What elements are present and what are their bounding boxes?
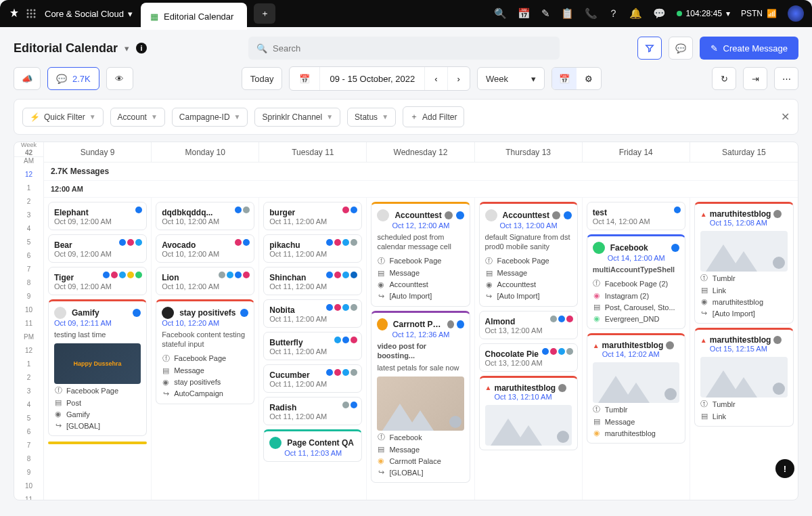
event-card[interactable]: TigerOct 09, 12:00 AM: [48, 267, 147, 295]
hour-label: PM: [14, 333, 43, 347]
phone-icon[interactable]: 📞: [585, 7, 597, 20]
avatar: [162, 307, 174, 319]
campagne-filter-chip[interactable]: Campagne-ID▼: [172, 108, 248, 127]
calendar-grid: Sunday 9Monday 10Tuesday 11Wednesday 12T…: [44, 142, 798, 500]
event-card[interactable]: pikachuOct 11, 12:00 AM: [263, 234, 362, 263]
svg-point-5: [34, 13, 36, 15]
event-card[interactable]: testOct 14, 12:00 AM: [587, 202, 685, 230]
event-card[interactable]: BearOct 09, 12:00 AM: [48, 234, 147, 263]
channel-filter-chip[interactable]: Sprinklr Channel▼: [254, 108, 340, 127]
event-card[interactable]: LionOct 10, 12:00 AM: [156, 267, 254, 295]
event-card[interactable]: ElephantOct 09, 12:00 AM: [48, 202, 147, 230]
filter-button[interactable]: [637, 37, 662, 60]
megaphone-button[interactable]: 📣: [14, 67, 41, 90]
link-icon: [449, 416, 461, 428]
close-filters-button[interactable]: ✕: [781, 110, 790, 123]
workspace-selector[interactable]: Core & Social Cloud ▾: [45, 9, 133, 19]
event-card[interactable]: RadishOct 11, 12:00 AM: [263, 397, 362, 425]
day-header[interactable]: Sunday 9: [44, 142, 152, 162]
search-input-wrap[interactable]: 🔍: [248, 37, 560, 60]
svg-point-0: [27, 9, 29, 12]
create-message-button[interactable]: ✎ Create Message: [700, 37, 798, 60]
bell-icon[interactable]: 🔔: [629, 7, 642, 20]
event-card-large[interactable]: Gamify Oct 09, 12:11 AM testing last tim…: [48, 299, 147, 436]
media-placeholder: [593, 362, 679, 403]
event-card[interactable]: ButterflyOct 11, 12:00 AM: [263, 332, 362, 360]
search-icon: 🔍: [256, 43, 267, 53]
avatar: [593, 242, 605, 254]
hour-label: 8: [14, 455, 43, 469]
chat-button[interactable]: 💬: [669, 37, 693, 60]
add-filter-chip[interactable]: ＋Add Filter: [403, 106, 464, 127]
hour-label: 7: [14, 442, 43, 455]
event-card-large[interactable]: Accounttest Oct 13, 12:00 AM default Sig…: [479, 202, 578, 307]
avatar: [377, 209, 389, 221]
event-card[interactable]: Chocolate PieOct 13, 12:00 AM: [479, 343, 578, 372]
event-card[interactable]: Page Content QAOct 11, 12:03 AM: [263, 429, 362, 462]
help-icon[interactable]: ？: [608, 7, 618, 20]
quick-filter-chip[interactable]: ⚡Quick Filter▼: [22, 108, 104, 127]
event-card-large[interactable]: ▲maruthitestblog Oct 13, 12:10 AM: [479, 376, 578, 450]
moon-icon: [447, 320, 454, 328]
event-card-large[interactable]: Accounttest Oct 12, 12:00 AM scheduled p…: [371, 202, 470, 307]
pstn-selector[interactable]: PSTN 📶: [741, 9, 777, 18]
calendar-top-icon[interactable]: 📅: [518, 7, 531, 20]
event-card-large[interactable]: ▲maruthitestblog Oct 15, 12:08 AM ⓣTumbl…: [694, 202, 794, 324]
day-header[interactable]: Saturday 15: [690, 142, 798, 162]
more-button[interactable]: ⋯: [774, 67, 798, 90]
prev-button[interactable]: ‹: [425, 67, 447, 90]
event-card[interactable]: NobitaOct 11, 12:00 AM: [263, 299, 362, 328]
hour-label: 7: [14, 265, 43, 279]
event-card-large[interactable]: Carrnott Palace Oct 12, 12:36 AM video p…: [371, 311, 470, 483]
day-header[interactable]: Tuesday 11: [259, 142, 367, 162]
chat-icon[interactable]: 💬: [653, 7, 666, 20]
svg-point-1: [30, 9, 32, 12]
clipboard-icon[interactable]: 📋: [561, 7, 574, 20]
tab-label: Editorial Calendar: [164, 12, 233, 22]
day-header[interactable]: Wednesday 12: [367, 142, 474, 162]
date-range-label[interactable]: 09 - 15 October, 2022: [320, 67, 425, 90]
account-filter-chip[interactable]: Account▼: [110, 108, 165, 127]
chevron-down-icon[interactable]: ▾: [125, 43, 129, 53]
day-header[interactable]: Monday 10: [152, 142, 259, 162]
event-card[interactable]: AvocadoOct 10, 12:00 AM: [156, 234, 254, 263]
eye-button[interactable]: 👁: [106, 67, 133, 90]
event-card[interactable]: CucumberOct 11, 12:00 AM: [263, 364, 362, 393]
user-avatar[interactable]: [788, 5, 804, 22]
refresh-button[interactable]: ↻: [712, 67, 736, 90]
event-card-large[interactable]: ▲maruthitestblog Oct 15, 12:15 AM ⓣTumbl…: [694, 328, 794, 427]
info-icon[interactable]: i: [136, 43, 147, 53]
event-card-large[interactable]: stay positivefs Oct 10, 12:20 AM Faceboo…: [156, 299, 254, 404]
svg-point-4: [30, 13, 32, 15]
event-card[interactable]: ShinchanOct 11, 12:00 AM: [263, 267, 362, 295]
chevron-down-icon[interactable]: ▾: [726, 9, 730, 18]
settings-view-button[interactable]: ⚙: [577, 68, 601, 89]
tab-editorial-calendar[interactable]: ▦ Editorial Calendar: [141, 3, 247, 30]
event-card[interactable]: burgerOct 11, 12:00 AM: [263, 202, 362, 230]
view-selector[interactable]: Week▾: [477, 67, 545, 90]
indent-button[interactable]: ⇥: [743, 67, 767, 90]
event-card[interactable]: AlmondOct 13, 12:00 AM: [479, 311, 578, 339]
status-filter-chip[interactable]: Status▼: [347, 108, 396, 127]
today-button[interactable]: Today: [242, 67, 283, 90]
search-icon[interactable]: 🔍: [494, 7, 507, 20]
next-button[interactable]: ›: [448, 67, 470, 90]
calendar-picker-icon[interactable]: 📅: [290, 67, 320, 90]
calendar-view-button[interactable]: 📅: [552, 68, 577, 89]
app-topbar: Core & Social Cloud ▾ ▦ Editorial Calend…: [0, 0, 812, 27]
event-card-large[interactable]: ▲maruthitestblog Oct 14, 12:02 AM ⓣTumbl…: [587, 333, 685, 444]
app-logo-icon: [8, 7, 20, 20]
search-input[interactable]: [273, 43, 551, 53]
app-grid-icon[interactable]: [26, 8, 37, 19]
facebook-icon: [457, 320, 464, 328]
event-card-large[interactable]: Facebook Oct 14, 12:00 AM multiAccountTy…: [587, 234, 685, 329]
event-card[interactable]: dqdbkqddq...Oct 10, 12:00 AM: [156, 202, 254, 230]
edit-icon[interactable]: ✎: [541, 7, 550, 20]
message-count-button[interactable]: 💬2.7K: [47, 67, 99, 90]
avatar: [377, 318, 387, 330]
add-tab-button[interactable]: ＋: [254, 3, 275, 24]
alert-badge[interactable]: !: [775, 459, 794, 478]
hour-label: 2: [14, 374, 43, 387]
day-header[interactable]: Thursday 13: [475, 142, 583, 162]
day-header[interactable]: Friday 14: [583, 142, 690, 162]
